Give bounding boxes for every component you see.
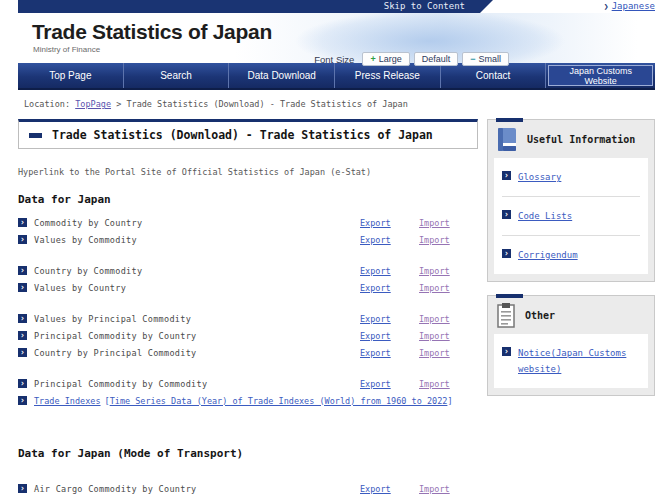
row-label: Air Cargo Commodity by Country (34, 484, 360, 494)
japanese-link[interactable]: Japanese (612, 1, 655, 11)
font-size-small-label: Small (478, 54, 501, 64)
export-link[interactable]: Export (360, 348, 419, 358)
site-title: Trade Statistics of Japan (32, 20, 272, 44)
nav-label: Search (160, 70, 192, 81)
font-size-small-button[interactable]: − Small (462, 52, 509, 66)
chevron-bullet-icon: › (18, 314, 27, 323)
list-item: › Notice(Japan Customs website) (502, 334, 640, 388)
corrigendum-link[interactable]: Corrigendum (518, 247, 578, 263)
table-row: › Values by Country Export Import (18, 279, 478, 296)
font-size-label: Font Size (314, 54, 354, 65)
export-link[interactable]: Export (360, 266, 419, 276)
trade-indexes-link[interactable]: Trade Indexes (34, 396, 101, 406)
nav-label: Contact (476, 70, 510, 81)
site-subtitle: Ministry of Finance (33, 45, 100, 54)
font-size-default-button[interactable]: Default (414, 52, 459, 66)
site-header: Trade Statistics of Japan Ministry of Fi… (0, 13, 671, 63)
useful-information-header: Useful Information (488, 120, 654, 158)
export-link[interactable]: Export (360, 218, 419, 228)
row-label: Values by Principal Commodity (34, 314, 360, 324)
nav-japan-customs-website[interactable]: Japan Customs Website (545, 63, 655, 88)
top-bar: Skip to Content ❯Japanese (0, 0, 671, 13)
import-link[interactable]: Import (419, 314, 460, 324)
import-link[interactable]: Import (419, 379, 460, 389)
row-label: Country by Commodity (34, 266, 360, 276)
chevron-bullet-icon: › (18, 235, 27, 244)
row-group: › Air Cargo Commodity by Country Export … (18, 480, 478, 497)
useful-information-box: Useful Information › Glossary › Code Lis… (487, 119, 655, 282)
font-size-default-label: Default (422, 54, 451, 64)
nav-label: Top Page (49, 70, 91, 81)
row-group: › Principal Commodity by Commodity Expor… (18, 375, 478, 409)
breadcrumb-home-link[interactable]: TopPage (75, 99, 111, 109)
table-row: › Principal Commodity by Country Export … (18, 327, 478, 344)
table-row: › Commodity by Country Export Import (18, 214, 478, 231)
glossary-link[interactable]: Glossary (518, 169, 561, 185)
export-link[interactable]: Export (360, 235, 419, 245)
export-link[interactable]: Export (360, 484, 419, 494)
chevron-bullet-icon: › (502, 249, 511, 258)
notice-link[interactable]: Notice(Japan Customs website) (518, 345, 636, 377)
time-series-link[interactable]: Time Series Data (Year) of Trade Indexes… (110, 396, 448, 406)
row-label: Principal Commodity by Country (34, 331, 360, 341)
page-title: Trade Statistics (Download) - Trade Stat… (52, 128, 433, 142)
dash-icon (29, 133, 42, 138)
export-link[interactable]: Export (360, 379, 419, 389)
page-heading-box: Trade Statistics (Download) - Trade Stat… (18, 119, 478, 149)
list-item: › Glossary (502, 158, 640, 197)
minus-icon: − (470, 54, 475, 64)
row-label: Country by Principal Commodity (34, 348, 360, 358)
breadcrumb-current: Trade Statistics (Download) - Trade Stat… (126, 99, 407, 109)
import-link[interactable]: Import (419, 484, 460, 494)
skip-to-content-label: Skip to Content (384, 1, 465, 11)
table-row: › Country by Principal Commodity Export … (18, 344, 478, 361)
import-link[interactable]: Import (419, 348, 460, 358)
import-link[interactable]: Import (419, 283, 460, 293)
code-lists-link[interactable]: Code Lists (518, 208, 572, 224)
chevron-bullet-icon: › (18, 379, 27, 388)
row-label: Principal Commodity by Commodity (34, 379, 360, 389)
row-label: Values by Country (34, 283, 360, 293)
export-link[interactable]: Export (360, 331, 419, 341)
nav-top-page[interactable]: Top Page (18, 63, 123, 88)
chevron-bullet-icon: › (18, 218, 27, 227)
nav-contact[interactable]: Contact (440, 63, 546, 88)
chevron-bullet-icon: › (18, 266, 27, 275)
skip-to-content-link[interactable]: Skip to Content (18, 0, 493, 13)
sidebar: Useful Information › Glossary › Code Lis… (487, 119, 655, 497)
clipboard-icon (496, 303, 516, 328)
accent-bar (496, 294, 523, 298)
nav-data-download[interactable]: Data Download (228, 63, 334, 88)
nav-search[interactable]: Search (123, 63, 229, 88)
trade-indexes-row: › Trade Indexes [ Time Series Data (Year… (18, 392, 478, 409)
section-heading-mode-of-transport: Data for Japan (Mode of Transport) (18, 447, 478, 460)
export-link[interactable]: Export (360, 314, 419, 324)
other-list: › Notice(Japan Customs website) (494, 334, 648, 388)
table-row: › Air Cargo Commodity by Country Export … (18, 480, 478, 497)
other-title: Other (525, 310, 555, 321)
chevron-bullet-icon: › (18, 484, 27, 493)
arrow-right-icon: ❯ (604, 2, 609, 11)
table-row: › Values by Commodity Export Import (18, 231, 478, 248)
table-row: › Values by Principal Commodity Export I… (18, 310, 478, 327)
row-group: › Values by Principal Commodity Export I… (18, 310, 478, 361)
import-link[interactable]: Import (419, 218, 460, 228)
export-link[interactable]: Export (360, 283, 419, 293)
list-item: › Corrigendum (502, 236, 640, 274)
chevron-bullet-icon: › (18, 283, 27, 292)
table-row: › Country by Commodity Export Import (18, 262, 478, 279)
import-link[interactable]: Import (419, 235, 460, 245)
breadcrumb: Location: TopPage > Trade Statistics (Do… (24, 99, 671, 109)
main-nav: Top Page Search Data Download Press Rele… (18, 63, 655, 90)
intro-text: Hyperlink to the Portal Site of Official… (18, 167, 478, 177)
row-label: Commodity by Country (34, 218, 360, 228)
font-size-large-button[interactable]: + Large (362, 52, 409, 66)
chevron-bullet-icon: › (18, 348, 27, 357)
useful-information-list: › Glossary › Code Lists › Corrigendum (494, 158, 648, 274)
chevron-bullet-icon: › (18, 396, 27, 405)
import-link[interactable]: Import (419, 331, 460, 341)
useful-information-title: Useful Information (527, 134, 635, 145)
nav-press-release[interactable]: Press Release (334, 63, 440, 88)
chevron-bullet-icon: › (502, 171, 511, 180)
import-link[interactable]: Import (419, 266, 460, 276)
